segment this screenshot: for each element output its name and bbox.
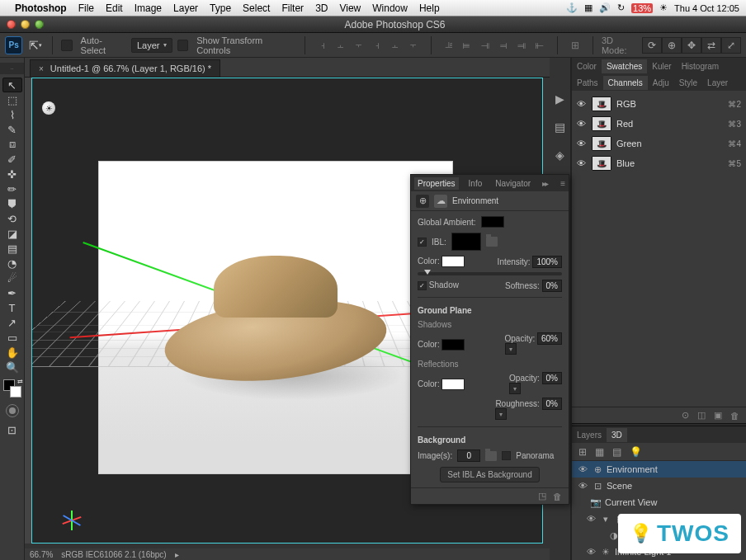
ps-logo-icon[interactable]: Ps xyxy=(5,36,22,54)
new-channel-icon[interactable]: ▣ xyxy=(714,410,722,421)
tab-histogram[interactable]: Histogram xyxy=(677,59,725,73)
menu-edit[interactable]: Edit xyxy=(106,2,123,14)
tab-info[interactable]: Info xyxy=(465,177,486,190)
color-profile[interactable]: sRGB IEC61066 2.1 (16bpc) xyxy=(61,550,166,559)
3d-slide-icon[interactable]: ⇄ xyxy=(701,37,721,54)
align-bottom-icon[interactable]: ⫟ xyxy=(350,36,368,54)
light-widget-icon[interactable]: ☀ xyxy=(42,101,55,115)
render-icon[interactable]: ◳ xyxy=(538,491,546,501)
status-arrow-icon[interactable]: ▸ xyxy=(175,550,179,559)
visibility-icon[interactable]: 👁 xyxy=(585,547,597,557)
pen-tool[interactable]: ✒ xyxy=(2,285,22,300)
visibility-icon[interactable]: 👁 xyxy=(577,139,587,148)
zoom-tool[interactable]: 🔍 xyxy=(2,360,22,374)
play-icon[interactable]: ▶ xyxy=(552,91,569,107)
panel-menu-icon[interactable]: ≡ xyxy=(557,179,569,188)
zoom-window-button[interactable] xyxy=(35,20,44,29)
visibility-icon[interactable]: 👁 xyxy=(585,514,597,524)
swap-colors-icon[interactable]: ⇄ xyxy=(17,378,23,385)
settings-panel-icon[interactable]: ◈ xyxy=(552,147,569,163)
menu-type[interactable]: Type xyxy=(210,2,231,14)
scene-item-current-view[interactable]: 📷 Current View xyxy=(572,494,746,511)
close-window-button[interactable] xyxy=(7,20,16,29)
gp-opacity-value[interactable]: 60% xyxy=(537,332,562,345)
distribute-icon[interactable]: ⫡ xyxy=(440,36,458,54)
crop-tool[interactable]: ⧈ xyxy=(2,137,22,152)
fg-bg-swatches[interactable]: ⇄ xyxy=(3,379,21,398)
spotlight-icon[interactable]: ☀ xyxy=(659,2,668,13)
stamp-tool[interactable]: ⛊ xyxy=(2,196,22,211)
3d-pan-icon[interactable]: ✥ xyxy=(682,37,701,54)
save-selection-icon[interactable]: ◫ xyxy=(697,410,706,421)
align-left-icon[interactable]: ⫞ xyxy=(368,36,386,54)
disclosure-triangle-icon[interactable]: ▾ xyxy=(600,514,611,525)
distribute-icon[interactable]: ⫦ xyxy=(531,36,549,54)
bg-load-icon[interactable] xyxy=(485,451,497,461)
tab-channels[interactable]: Channels xyxy=(603,76,648,90)
brush-tool[interactable]: ✏ xyxy=(2,181,22,196)
minimize-window-button[interactable] xyxy=(21,20,30,29)
3d-scale-icon[interactable]: ⤢ xyxy=(721,37,741,54)
clock[interactable]: Thu 4 Oct 12:05 xyxy=(674,3,739,13)
path-select-tool[interactable]: ↗ xyxy=(2,315,22,330)
lasso-tool[interactable]: ⌇ xyxy=(2,107,22,122)
align-right-icon[interactable]: ⫟ xyxy=(404,36,423,54)
delete-channel-icon[interactable]: 🗑 xyxy=(730,411,739,421)
channel-row-blue[interactable]: 👁 🎩 Blue ⌘5 xyxy=(572,153,746,173)
intensity-value[interactable]: 100% xyxy=(532,256,562,268)
scene-item-scene[interactable]: 👁 ⊡ Scene xyxy=(572,478,746,494)
softness-value[interactable]: 0% xyxy=(542,280,562,292)
tab-color[interactable]: Color xyxy=(572,59,602,73)
filter-mesh-icon[interactable]: ▦ xyxy=(595,446,604,458)
gradient-tool[interactable]: ▤ xyxy=(2,241,22,256)
properties-panel[interactable]: Properties Info Navigator ▸▸ ≡ ⊕ ☁ Envir… xyxy=(410,174,569,505)
visibility-icon[interactable]: 👁 xyxy=(577,464,588,474)
tab-adjustments[interactable]: Adju xyxy=(648,76,674,90)
tab-navigator[interactable]: Navigator xyxy=(492,177,534,190)
menu-select[interactable]: Select xyxy=(243,2,270,14)
menu-file[interactable]: File xyxy=(78,2,94,14)
global-ambient-swatch[interactable] xyxy=(481,216,504,228)
3d-roll-icon[interactable]: ⊕ xyxy=(662,37,682,54)
eyedropper-tool[interactable]: ✐ xyxy=(2,152,22,167)
type-tool[interactable]: T xyxy=(2,300,22,315)
visibility-icon[interactable]: 👁 xyxy=(577,99,587,109)
ibl-color-swatch[interactable] xyxy=(441,256,465,267)
close-tab-icon[interactable]: × xyxy=(39,64,44,73)
distribute-icon[interactable]: ⫤ xyxy=(494,36,512,54)
quick-select-tool[interactable]: ✎ xyxy=(2,122,22,137)
gp-shadow-color-swatch[interactable] xyxy=(441,339,465,351)
gp-refl-color-swatch[interactable] xyxy=(441,379,465,390)
distribute-icon[interactable]: ⫣ xyxy=(476,36,494,54)
align-hcenter-icon[interactable]: ⫠ xyxy=(386,36,404,54)
document-tab[interactable]: × Untitled-1 @ 66.7% (Layer 1, RGB/16) * xyxy=(30,59,220,77)
hand-tool[interactable]: ✋ xyxy=(2,345,22,360)
background-swatch[interactable] xyxy=(10,386,21,398)
zoom-level[interactable]: 66.7% xyxy=(30,550,53,559)
volume-icon[interactable]: 🔊 xyxy=(599,2,611,13)
eraser-tool[interactable]: ◪ xyxy=(2,226,22,241)
history-brush-tool[interactable]: ⟲ xyxy=(2,211,22,226)
visibility-icon[interactable]: 👁 xyxy=(577,158,587,168)
scene-item-environment[interactable]: 👁 ⊕ Environment xyxy=(572,461,746,478)
tab-properties[interactable]: Properties xyxy=(414,177,459,190)
marquee-tool[interactable]: ⬚ xyxy=(2,92,22,107)
ibl-swatch[interactable] xyxy=(451,233,481,251)
menu-window[interactable]: Window xyxy=(372,2,408,14)
gp-roughness-value[interactable]: 0% xyxy=(542,398,562,410)
menu-view[interactable]: View xyxy=(339,2,361,14)
app-menu[interactable]: Photoshop xyxy=(15,2,67,14)
gp-r-opacity-dropdown[interactable]: ▾ xyxy=(509,383,521,394)
quick-mask-toggle[interactable] xyxy=(6,404,19,417)
screen-mode-toggle[interactable]: ⊡ xyxy=(2,422,22,437)
distribute-icon[interactable]: ⫢ xyxy=(458,36,476,54)
tab-paths[interactable]: Paths xyxy=(572,76,603,90)
align-top-icon[interactable]: ⫞ xyxy=(314,36,332,54)
axis-gizmo[interactable] xyxy=(57,493,90,526)
auto-select-checkbox[interactable] xyxy=(61,40,73,51)
3d-orbit-icon[interactable]: ⟳ xyxy=(642,37,662,54)
tab-layers[interactable]: Layers xyxy=(572,428,607,442)
tab-3d[interactable]: 3D xyxy=(607,428,627,442)
prop-type-icon[interactable]: ⊕ xyxy=(416,195,429,208)
collapse-icon[interactable]: ▸▸ xyxy=(542,179,550,188)
